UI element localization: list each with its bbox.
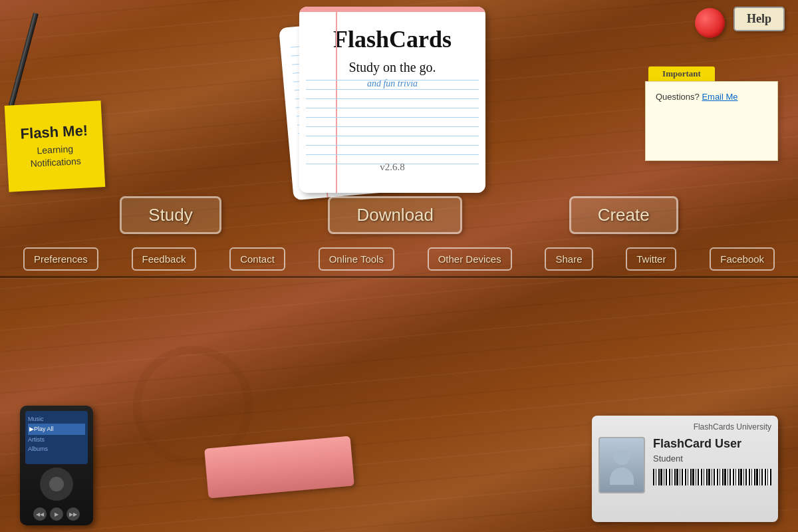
nav-feedback[interactable]: Feedback [132, 247, 197, 271]
person-head [614, 449, 630, 465]
nav-share[interactable]: Share [545, 247, 593, 271]
nav-other-devices[interactable]: Other Devices [428, 247, 512, 271]
nav-facebook[interactable]: Facebook [710, 247, 775, 271]
sticky-important[interactable]: Important Questions? Email Me [645, 66, 778, 161]
nav-contact[interactable]: Contact [229, 247, 285, 271]
mp3-play[interactable]: ▶ [50, 507, 63, 521]
email-me-link[interactable]: Email Me [702, 92, 737, 102]
id-card: FlashCards University FlashCard User Stu… [592, 416, 778, 522]
mp3-controls: ◀◀ ▶ ▶▶ [25, 507, 88, 521]
id-card-photo [598, 437, 645, 493]
flashcard-graphic: FlashCards Study on the go. and fun triv… [279, 7, 492, 213]
person-icon [608, 449, 635, 482]
mp3-menu4: Albums [28, 446, 48, 452]
sticky-body: Questions? Email Me [645, 81, 778, 161]
nav-twitter[interactable]: Twitter [626, 247, 676, 271]
mp3-prev[interactable]: ◀◀ [33, 507, 47, 521]
red-circle-button[interactable] [695, 8, 725, 38]
flashcard-front: FlashCards Study on the go. and fun triv… [299, 7, 485, 193]
id-card-name: FlashCard User [653, 437, 771, 451]
sticky-text: Questions? Email Me [656, 92, 767, 102]
study-button[interactable]: Study [120, 196, 221, 234]
person-body [610, 467, 634, 485]
action-buttons-container: Study Download Create [0, 196, 798, 234]
flashme-subtitle: Learning Notifications [13, 142, 98, 170]
mp3-menu2: ▶Play All [28, 424, 85, 434]
nav-bar: Preferences Feedback Contact Online Tool… [0, 239, 798, 278]
id-card-body: FlashCard User Student [598, 437, 771, 515]
id-card-barcode [653, 469, 771, 485]
mp3-menu3: Artists [28, 436, 45, 443]
desktop: Flash Me! Learning Notifications [0, 0, 798, 532]
sticky-flashme[interactable]: Flash Me! Learning Notifications [5, 100, 106, 192]
mp3-player[interactable]: Music ▶Play All Artists Albums ◀◀ ▶ ▶▶ [20, 406, 93, 525]
sticky-tab: Important [648, 66, 715, 81]
pen [6, 13, 39, 117]
flashme-title: Flash Me! [20, 123, 88, 142]
id-card-university: FlashCards University [598, 422, 771, 432]
mp3-menu1: Music [28, 416, 44, 422]
nav-preferences[interactable]: Preferences [23, 247, 98, 271]
mp3-screen: Music ▶Play All Artists Albums [25, 411, 88, 464]
create-button[interactable]: Create [569, 196, 678, 234]
id-card-info: FlashCard User Student [653, 437, 771, 515]
nav-online-tools[interactable]: Online Tools [319, 247, 394, 271]
mp3-next[interactable]: ▶▶ [66, 507, 80, 521]
mp3-nav-inner [49, 477, 64, 491]
help-button[interactable]: Help [733, 7, 785, 31]
download-button[interactable]: Download [328, 196, 462, 234]
card-version: v2.6.8 [380, 162, 405, 173]
id-card-role: Student [653, 454, 771, 464]
mp3-nav-wheel[interactable] [40, 467, 73, 501]
